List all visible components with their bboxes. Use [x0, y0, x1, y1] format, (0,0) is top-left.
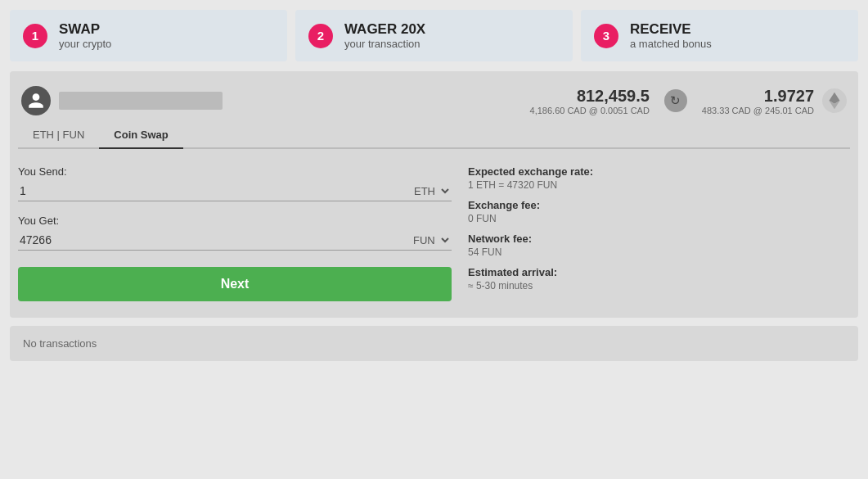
fee-label: Exchange fee: [468, 199, 850, 211]
step-text-1: SWAP your crypto [59, 21, 111, 50]
get-input-row: FUN ETH BTC [18, 230, 452, 251]
step-title-3: RECEIVE [630, 21, 712, 38]
tab-coin-swap[interactable]: Coin Swap [99, 122, 182, 149]
no-transactions-text: No transactions [23, 337, 97, 350]
swap-left: You Send: ETH BTC LTC You Get: FUN ETH B… [18, 165, 452, 301]
arrival-label: Estimated arrival: [468, 266, 850, 278]
step-card-2: 2 WAGER 20X your transaction [295, 10, 573, 61]
main-panel: 812,459.5 4,186.60 CAD @ 0.0051 CAD ↻ 1.… [10, 71, 858, 318]
step-title-1: SWAP [59, 21, 111, 38]
send-currency-select[interactable]: ETH BTC LTC [407, 183, 452, 200]
transactions-panel: No transactions [10, 326, 858, 361]
steps-row: 1 SWAP your crypto 2 WAGER 20X your tran… [0, 0, 868, 71]
balance-eth-sub: 4,186.60 CAD @ 0.0051 CAD [530, 106, 650, 115]
tabs-row: ETH | FUN Coin Swap [18, 122, 850, 149]
ethereum-icon [822, 88, 847, 113]
get-currency-select[interactable]: FUN ETH BTC [407, 232, 452, 249]
balance-fun-amount: 1.9727 [702, 87, 814, 106]
send-input[interactable] [18, 181, 407, 201]
header-bar: 812,459.5 4,186.60 CAD @ 0.0051 CAD ↻ 1.… [18, 79, 850, 122]
arrival-value: ≈ 5-30 minutes [468, 280, 850, 291]
rate-value: 1 ETH = 47320 FUN [468, 179, 850, 191]
step-number-2: 2 [308, 24, 333, 48]
step-text-3: RECEIVE a matched bonus [630, 21, 712, 50]
tab-eth-fun[interactable]: ETH | FUN [18, 122, 99, 149]
network-value: 54 FUN [468, 246, 850, 258]
fee-value: 0 FUN [468, 213, 850, 224]
username-bar [59, 92, 223, 110]
next-button[interactable]: Next [18, 267, 452, 301]
rate-label: Expected exchange rate: [468, 165, 850, 178]
balance-fun: 1.9727 483.33 CAD @ 245.01 CAD [702, 87, 814, 115]
send-label: You Send: [18, 165, 452, 178]
get-label: You Get: [18, 215, 452, 227]
step-number-3: 3 [594, 24, 618, 48]
balance-eth: 812,459.5 4,186.60 CAD @ 0.0051 CAD [530, 87, 650, 115]
send-input-row: ETH BTC LTC [18, 181, 452, 201]
avatar [21, 86, 51, 115]
refresh-button[interactable]: ↻ [664, 89, 687, 112]
balance-eth-amount: 812,459.5 [530, 87, 650, 106]
balance-fun-sub: 483.33 CAD @ 245.01 CAD [702, 106, 814, 115]
swap-area: You Send: ETH BTC LTC You Get: FUN ETH B… [18, 157, 850, 310]
step-sub-2: your transaction [344, 38, 425, 50]
step-text-2: WAGER 20X your transaction [344, 21, 425, 50]
step-card-1: 1 SWAP your crypto [10, 10, 287, 61]
step-number-1: 1 [23, 24, 47, 48]
get-input[interactable] [18, 230, 407, 250]
step-card-3: 3 RECEIVE a matched bonus [581, 10, 858, 61]
step-sub-3: a matched bonus [630, 38, 712, 50]
network-label: Network fee: [468, 233, 850, 245]
swap-right: Expected exchange rate: 1 ETH = 47320 FU… [468, 165, 850, 301]
step-sub-1: your crypto [59, 38, 111, 50]
step-title-2: WAGER 20X [344, 21, 425, 38]
